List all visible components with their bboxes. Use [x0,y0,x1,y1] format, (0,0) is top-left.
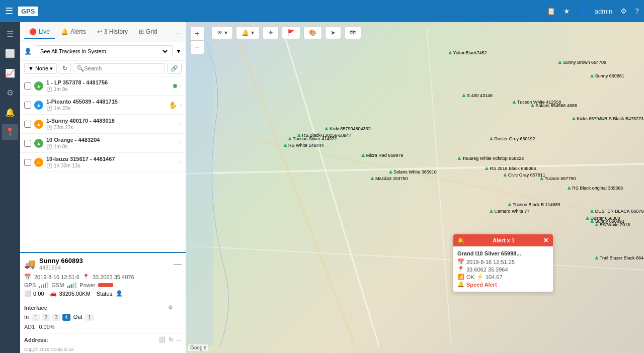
tracker-select-container[interactable]: See All Trackers in System [35,45,173,57]
zoom-in-button[interactable]: + [190,26,204,40]
tracker-info: 1-Sunny 400170 - 4483018 🕐 33m 22s [46,118,177,130]
map-marker[interactable]: ▲Sunny Brown 664708 [557,58,606,65]
search-input[interactable] [84,65,162,71]
tracker-time: 🕐 1m 23s [46,106,166,111]
out-label: Out [73,314,83,321]
map-marker[interactable]: ▲S 400 43146 [461,92,493,99]
side-settings-icon[interactable]: ⚙ [4,85,17,101]
map-marker[interactable]: ▲DUSTER BLACK 660768 [589,207,644,214]
tracker-arrow[interactable]: › [180,140,182,146]
tracker-item[interactable]: ⚠ 10-Isuzu 315617 - 4481467 🕐 1h 30m 13s… [20,153,186,172]
marker-label: Solaris 654566 4686 [535,103,577,108]
side-location-icon[interactable]: 📍 [2,124,18,140]
tracker-arrow[interactable]: › [180,121,182,127]
map-marker[interactable]: ▲RS White 146444 [282,141,324,148]
marker-icon: ▲ [594,221,600,228]
in-num-2[interactable]: 2 [42,314,50,321]
ad-value: 0.00% [39,324,54,330]
settings-icon[interactable]: ⚙ [620,7,627,15]
tab-grid[interactable]: ⊞ Grid [134,25,163,39]
map-marker[interactable]: ▲Mazda3 153750 [369,174,408,182]
tracker-arrow[interactable]: › [180,159,182,165]
tracker-item[interactable]: ▲ 10 Orange - 4483204 🕐 1m 0s › [20,134,186,153]
detail-close-button[interactable]: — [174,259,182,269]
mapview-toolbar-button[interactable]: 🗺 [344,26,361,39]
map-marker[interactable]: ▲Trail Blazer Black 664405 [594,254,644,261]
tracker-item[interactable]: ▲ 1-Picanto 455039 - 4481715 🕐 1m 23s ✋ … [20,96,186,115]
map-marker[interactable]: ▲Touareg White nofstop 658222 [456,154,524,161]
status-person-icon: 👤 [116,290,123,297]
map-marker[interactable]: ▲RS White 2018 [594,221,630,228]
tracker-dropdown[interactable]: See All Trackers in System [38,48,169,55]
search-box[interactable]: 🔍 [73,63,165,73]
in-num-1[interactable]: 1 [32,314,40,321]
filter-icon: ▼ [28,65,34,71]
address-collapse-icon[interactable]: — [176,336,182,343]
map-marker[interactable]: ▲Solaris 654566 4686 [530,102,577,109]
in-num-3[interactable]: 3 [52,314,60,321]
arrow-toolbar-button[interactable]: ➤ [325,26,341,39]
out-num-1[interactable]: 1 [85,314,93,321]
tracker-checkbox[interactable] [24,121,31,128]
address-expand-icon[interactable]: ⬜ [158,336,166,343]
tab-more[interactable]: ... [177,29,182,36]
tab-live[interactable]: 🔴 Live [24,25,55,39]
plane-toolbar-button[interactable]: ✈ [263,26,279,39]
side-chart-icon[interactable]: 📈 [2,65,18,81]
alert-signal-icon: 📶 [457,274,464,280]
tracker-checkbox[interactable] [24,82,31,90]
side-alert-icon[interactable]: 🔔 [2,105,18,120]
tab-history[interactable]: ↩ 3 History [92,25,133,39]
marker-icon: ▲ [489,135,495,142]
clock-icon: 🕐 [46,163,52,168]
map-marker[interactable]: ▲Camaro White 77 [489,207,530,214]
marker-icon: ▲ [566,184,572,191]
map-area[interactable]: + − 👁 ▾ 🔔 ▾ ✈ 🚩 🎨 ➤ 🗺 ▲YukonBlack7452 ▲S… [186,22,644,353]
map-marker[interactable]: ▲Tucson-Silver 414972 [287,135,337,142]
map-marker[interactable]: ▲Tucson 657790 [539,174,576,182]
flag-toolbar-button[interactable]: 🚩 [282,26,300,39]
tracker-arrow[interactable]: › [180,83,182,89]
tracker-item[interactable]: ▲ 1-Sunny 400170 - 4483018 🕐 33m 22s › [20,115,186,134]
map-marker[interactable]: ▲Duster Grey 660192 [489,135,535,142]
svg-line-0 [283,29,379,346]
alert-close-button[interactable]: ✕ [543,236,549,244]
tab-grid-label: Grid [146,28,157,35]
tab-alerts[interactable]: 🔔 Alerts [56,25,91,39]
hamburger-icon[interactable]: ☰ [5,6,13,17]
address-refresh-icon[interactable]: ↻ [169,336,173,343]
link-icon[interactable]: 🔗 [167,63,182,74]
eye-toolbar-button[interactable]: 👁 ▾ [211,26,233,39]
interface-settings-icon[interactable]: ⚙ [168,304,173,311]
map-marker[interactable]: ▲RS 2018 Black 668366 [484,164,536,171]
tracker-arrow[interactable]: › [180,102,182,108]
map-marker[interactable]: ▲YukonBlack7452 [447,49,487,56]
tracker-checkbox[interactable] [24,102,31,109]
bell-toolbar-button[interactable]: 🔔 ▾ [236,26,259,39]
tracker-name: 1 - LP 357378 - 4481756 [46,79,170,85]
map-marker[interactable]: ▲Kicks657904804332i [324,125,371,132]
zoom-out-button[interactable]: − [190,40,204,54]
map-marker[interactable]: ▲Micra Red 659979 [360,151,403,158]
map-marker[interactable]: ▲Sunny 660881 [589,72,624,79]
tracker-item[interactable]: ▲ 1 - LP 357378 - 4481756 🕐 1m 9s › [20,76,186,96]
refresh-button[interactable]: ↻ [59,63,71,74]
tracker-checkbox[interactable] [24,140,31,147]
help-icon[interactable]: ? [635,7,639,15]
tracker-name: 1-Sunny 400170 - 4483018 [46,118,177,124]
map-marker[interactable]: ▲RS Black original 385386 [566,184,623,191]
map-marker[interactable]: ▲Tucson Black B 114689 [507,201,560,208]
interface-collapse-icon[interactable]: — [176,304,182,311]
user-icon: 👤 [578,7,587,15]
side-menu-icon[interactable]: ☰ [4,26,17,42]
side-dashboard-icon[interactable]: ⬜ [2,46,18,61]
star-icon[interactable]: ★ [564,7,570,15]
map-marker[interactable]: ▲R.S Black B476273 [598,115,643,122]
map-marker[interactable]: ▲Solaris White 365910 [387,168,436,175]
filter-button[interactable]: ▼ None ▾ [24,63,57,74]
in-num-4[interactable]: 4 [62,314,70,321]
tracker-checkbox[interactable] [24,159,31,166]
km-icon: 🚗 [50,290,57,297]
clipboard-icon[interactable]: 📋 [547,7,555,15]
palette-toolbar-button[interactable]: 🎨 [303,26,322,39]
